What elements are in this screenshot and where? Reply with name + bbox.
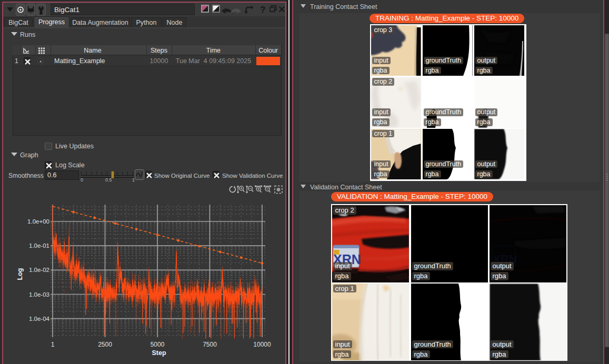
svg-text:10000: 10000	[253, 341, 271, 348]
svg-text:1.0e-04: 1.0e-04	[29, 316, 50, 322]
svg-text:Step: Step	[152, 349, 166, 357]
svg-text:5000: 5000	[151, 341, 165, 348]
svg-text:0: 0	[81, 177, 83, 182]
svg-text:2500: 2500	[98, 341, 112, 348]
svg-text:1.0e-03: 1.0e-03	[29, 291, 49, 298]
svg-text:1: 1	[51, 341, 55, 348]
svg-text:?: ?	[260, 5, 265, 15]
svg-text:0.5: 0.5	[105, 177, 112, 182]
svg-text:1.0e-02: 1.0e-02	[29, 267, 49, 273]
svg-text:7500: 7500	[203, 341, 217, 348]
svg-text:1.0e+00: 1.0e+00	[27, 218, 49, 225]
svg-text:1.0e-01: 1.0e-01	[29, 242, 49, 249]
svg-text:Log: Log	[16, 268, 24, 280]
